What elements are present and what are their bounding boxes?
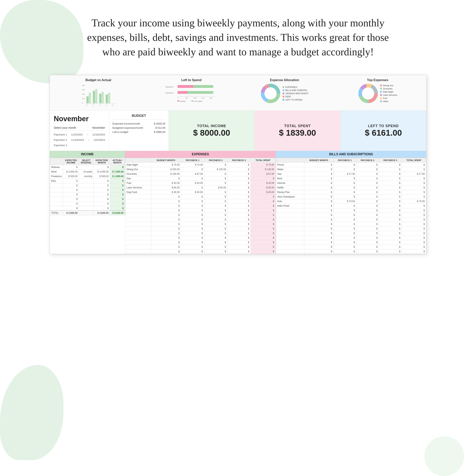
bills-row-budget: $ (304, 213, 333, 217)
exp-row-name: Lawn Services (125, 186, 151, 190)
exp-row-p3: $ (227, 208, 251, 213)
paycheck-dash-2: – (88, 138, 89, 141)
income-table: EXPECTED INCOME SELECT INTERVAL EXPECTED… (50, 158, 125, 215)
bills-row: $ $ $ $ $ (276, 231, 426, 236)
bills-table: BUDGET/ MONTH PAYCHECK 1 PAYCHECK 2 PAYC… (276, 158, 426, 254)
bills-row-p1: $ (333, 222, 356, 226)
income-row: $ $ $ (50, 188, 125, 192)
exp-row-p3: $ (227, 163, 251, 167)
income-row-name: Etsy (50, 179, 63, 183)
exp-row-total: $ (251, 236, 275, 240)
exp-row-p3: $ (227, 245, 251, 249)
bills-row-total: $ (402, 249, 426, 254)
bills-row-p1: $ (333, 190, 356, 195)
bills-row-p2: $ (356, 236, 379, 240)
svg-text:2°: 2° (99, 104, 101, 106)
legend-item-datenight: Date Night (380, 91, 397, 93)
bills-row-p1: $ (333, 181, 356, 186)
bills-row-budget: $ (304, 240, 333, 245)
legend-dot-groceries (380, 88, 382, 90)
bills-row-budget: $ (304, 190, 333, 195)
exp-row-budget: $ (151, 195, 181, 199)
bills-row-p2: $ (356, 186, 379, 190)
exp-row-p1: $ (181, 167, 204, 172)
exp-row-p1: $ 45.00 (181, 181, 204, 186)
bills-row: $ $ $ $ $ (276, 240, 426, 245)
exp-row-name (125, 195, 151, 199)
bills-row-name (276, 231, 304, 236)
bills-row: $ $ $ $ $ (276, 249, 426, 254)
expenses-th-p3: PAYCHECK 3 (227, 158, 251, 163)
exp-row-name: Gas (125, 176, 151, 181)
budget-left-value: $ 3988.00 (154, 131, 165, 134)
bills-row-name: Water (276, 167, 304, 172)
exp-row-budget: $ 75.00 (151, 163, 181, 167)
exp-row-p3: $ (227, 222, 251, 226)
bills-row-p3: $ (379, 176, 402, 181)
income-row-name (50, 206, 63, 211)
bills-th-name (276, 158, 304, 163)
exp-row-p2: $ (204, 213, 227, 217)
bills-row-p2: $ (356, 176, 379, 181)
bills-row-budget: $ (304, 245, 333, 249)
legend-label-fuel: Fuel (383, 97, 387, 99)
bills-row-total: $ (402, 195, 426, 199)
exp-row-p2: $ 65.00 (204, 186, 227, 190)
bills-row-name (276, 213, 304, 217)
svg-text:Paycheck 2: Paycheck 2 (166, 92, 174, 94)
bills-row-p1: $ 17.00 (333, 172, 356, 176)
legend-dot-lawnservices (380, 94, 382, 96)
exp-row-p1: $ (181, 213, 204, 217)
paycheck-1-end: 11/18/2023 (92, 133, 105, 136)
income-row: $ $ $ (50, 183, 125, 188)
bills-row-budget: $ (304, 249, 333, 254)
budget-expenses: Budgeted expenses/month $ 512.00 (112, 126, 165, 130)
bills-row-p2: $ (356, 222, 379, 226)
income-row-exp-month: $ (94, 179, 110, 183)
expenses-row: Dining Out $ 200.00 $ $ 135.00 $ $ 135.0… (125, 167, 276, 172)
charts-row: Budget vs Actual 800 600 400 200 0 (50, 75, 426, 111)
exp-row-budget: $ (151, 231, 181, 236)
month-select-value[interactable]: November (92, 126, 105, 129)
exp-row-budget: $ 65.00 (151, 186, 181, 190)
exp-row-p3: $ (227, 172, 251, 176)
income-th-actual: ACTUAL/ MONTH (110, 158, 125, 165)
svg-text:4°: 4° (112, 104, 113, 106)
expenses-row: Gas $ $ $ $ $ (125, 176, 276, 181)
exp-row-p3: $ (227, 186, 251, 190)
income-row-actual: $ (110, 183, 125, 188)
income-row: $ $ $ (50, 197, 125, 202)
income-row-expected: $ (63, 179, 79, 183)
bills-th-budget: BUDGET/ MONTH (304, 158, 333, 163)
exp-row-total: $ 87.00 (251, 172, 275, 176)
exp-row-p2: $ (204, 222, 227, 226)
exp-row-p3: $ (227, 240, 251, 245)
bills-th-p1: PAYCHECK 1 (333, 158, 356, 163)
hbar-container: Paycheck 1 Paycheck 2 0 500 1000 1500 (166, 84, 217, 104)
exp-row-total: $ (251, 226, 275, 231)
bills-row-p3: $ (379, 249, 402, 254)
exp-row-name (125, 249, 151, 254)
bills-row-total: $ (402, 186, 426, 190)
top-expenses-donut-svg (358, 84, 378, 103)
bills-row: Netflix $ $ $ $ $ (276, 186, 426, 190)
legend-dot-savings (282, 92, 284, 94)
svg-rect-33 (191, 100, 193, 102)
bills-row-p3: $ (379, 199, 402, 204)
income-row-expected: $ 500.00 (63, 174, 79, 179)
exp-row-name: Date Night (125, 163, 151, 167)
exp-row-budget: $ (151, 204, 181, 208)
income-row-interval (79, 202, 94, 206)
exp-row-total: $ (251, 195, 275, 199)
income-row-interval (79, 179, 94, 183)
left-spend-block: LEFT TO SPEND $ 6161.00 (340, 111, 426, 151)
bills-row-p1: $ (333, 163, 356, 167)
exp-row-total: $ (251, 231, 275, 236)
decorative-blob-bottom-left (0, 365, 64, 460)
bills-row-p1: $ (333, 226, 356, 231)
bills-row-p2: $ (356, 245, 379, 249)
budget-expected-income-value: $ 4500.00 (154, 122, 165, 125)
bills-section-header: BILLS AND SUBSCRIPTIONS (276, 151, 426, 158)
income-total-label: TOTAL (50, 211, 63, 215)
exp-row-p3: $ (227, 217, 251, 222)
